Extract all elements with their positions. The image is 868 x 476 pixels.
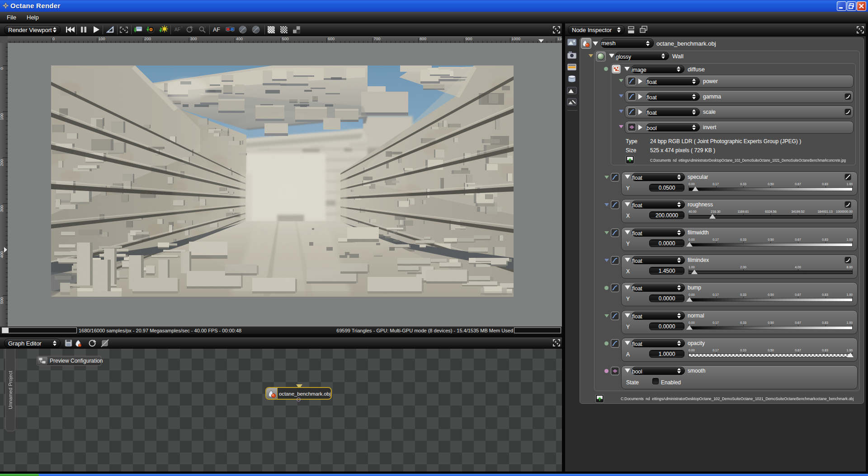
- svg-text:0: 0: [52, 37, 55, 41]
- svg-text:1000: 1000: [511, 37, 520, 41]
- svg-text:100: 100: [99, 37, 105, 41]
- svg-text:500: 500: [0, 297, 4, 304]
- svg-text:900: 900: [466, 37, 472, 41]
- svg-text:800: 800: [420, 37, 426, 41]
- svg-text:300: 300: [190, 37, 197, 41]
- svg-text:100: 100: [0, 113, 4, 120]
- svg-text:↑: ↑: [204, 25, 206, 28]
- svg-text:500: 500: [282, 37, 289, 41]
- svg-text:AF: AF: [213, 27, 220, 33]
- svg-text:AF: AF: [175, 27, 180, 32]
- svg-text:↑: ↑: [181, 25, 183, 29]
- svg-text:600: 600: [328, 37, 335, 41]
- svg-text:700: 700: [374, 37, 381, 41]
- svg-text:400: 400: [0, 251, 4, 258]
- svg-text:0: 0: [0, 67, 4, 70]
- svg-text:200: 200: [144, 37, 151, 41]
- svg-text:400: 400: [236, 37, 243, 41]
- svg-text:1100: 1100: [557, 37, 562, 41]
- svg-text:300: 300: [0, 205, 4, 212]
- svg-text:200: 200: [0, 159, 4, 166]
